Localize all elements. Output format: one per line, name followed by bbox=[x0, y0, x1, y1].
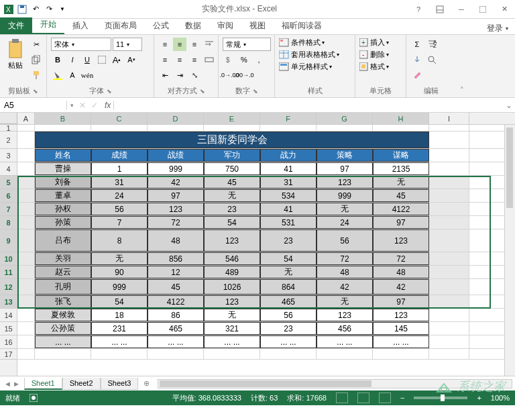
cell[interactable] bbox=[429, 229, 469, 252]
align-bottom-icon[interactable]: ≡ bbox=[188, 38, 201, 51]
data-cell[interactable]: 7 bbox=[91, 216, 148, 229]
orientation-icon[interactable]: ⤡ bbox=[188, 68, 201, 82]
tab-视图[interactable]: 视图 bbox=[241, 17, 274, 34]
data-cell[interactable]: 56 bbox=[317, 229, 373, 252]
cell[interactable] bbox=[17, 125, 35, 131]
page-layout-view-icon[interactable] bbox=[357, 392, 369, 403]
sheet-nav-prev-icon[interactable]: ◄ bbox=[4, 380, 11, 388]
cell[interactable] bbox=[429, 335, 469, 348]
decrease-decimal-icon[interactable]: .00→.0 bbox=[237, 68, 251, 82]
tab-公式[interactable]: 公式 bbox=[145, 17, 177, 34]
cell[interactable] bbox=[91, 349, 148, 359]
data-cell[interactable]: 23 bbox=[260, 322, 317, 335]
name-cell[interactable]: 孔明 bbox=[35, 279, 91, 295]
data-cell[interactable]: 42 bbox=[317, 279, 373, 295]
col-header-D[interactable]: D bbox=[148, 113, 204, 124]
decrease-font-icon[interactable]: A▾ bbox=[125, 53, 138, 66]
name-cell[interactable]: 公孙策 bbox=[35, 322, 91, 335]
cell[interactable] bbox=[317, 125, 373, 131]
fill-icon[interactable] bbox=[410, 53, 424, 66]
copy-icon[interactable] bbox=[30, 53, 43, 66]
table-title[interactable]: 三国新委同学会 bbox=[35, 132, 429, 148]
expand-formula-bar-icon[interactable]: ⌄ bbox=[503, 101, 515, 110]
align-middle-icon[interactable]: ≡ bbox=[173, 38, 186, 51]
align-top-icon[interactable]: ≡ bbox=[158, 38, 172, 51]
cell[interactable] bbox=[35, 125, 91, 131]
col-header-G[interactable]: G bbox=[317, 113, 373, 124]
data-cell[interactable]: 4122 bbox=[373, 203, 429, 215]
table-header[interactable]: 谋略 bbox=[373, 149, 429, 162]
insert-cells-button[interactable]: +插入▾ bbox=[359, 38, 389, 48]
align-right-icon[interactable]: ≡ bbox=[188, 53, 201, 66]
row-header-12[interactable]: 12 bbox=[0, 279, 17, 295]
row-header-5[interactable]: 5 bbox=[0, 176, 17, 189]
redo-icon[interactable]: ↷ bbox=[43, 3, 55, 15]
font-color-button[interactable]: A bbox=[66, 68, 79, 82]
tab-数据[interactable]: 数据 bbox=[177, 17, 209, 34]
data-cell[interactable]: 97 bbox=[317, 162, 373, 175]
table-header[interactable]: 军功 bbox=[204, 149, 260, 162]
data-cell[interactable]: 54 bbox=[260, 252, 317, 265]
cell[interactable] bbox=[429, 149, 469, 162]
data-cell[interactable]: 72 bbox=[317, 252, 373, 265]
data-cell[interactable]: 无 bbox=[204, 189, 260, 202]
row-header-1[interactable]: 1 bbox=[0, 125, 17, 132]
cell[interactable] bbox=[429, 252, 469, 265]
tab-开始[interactable]: 开始 bbox=[32, 16, 64, 34]
table-header[interactable]: 战力 bbox=[260, 149, 317, 162]
decrease-indent-icon[interactable]: ⇤ bbox=[158, 68, 172, 82]
cell[interactable] bbox=[17, 349, 35, 359]
data-cell[interactable]: 无 bbox=[317, 295, 373, 308]
cell[interactable] bbox=[260, 349, 317, 359]
phonetic-icon[interactable]: wén bbox=[80, 68, 94, 82]
font-size-combo[interactable]: 11▾ bbox=[113, 38, 142, 51]
data-cell[interactable]: 546 bbox=[204, 252, 260, 265]
cell[interactable] bbox=[429, 295, 469, 308]
minimize-icon[interactable]: ─ bbox=[453, 3, 469, 16]
data-cell[interactable]: ... ... bbox=[148, 335, 204, 348]
data-cell[interactable]: 45 bbox=[148, 279, 204, 295]
data-cell[interactable]: 86 bbox=[148, 309, 204, 321]
delete-cells-button[interactable]: -删除▾ bbox=[359, 50, 389, 60]
row-header-16[interactable]: 16 bbox=[0, 335, 17, 349]
page-break-view-icon[interactable] bbox=[379, 392, 391, 403]
name-cell[interactable]: 曹操 bbox=[35, 162, 91, 175]
tab-审阅[interactable]: 审阅 bbox=[209, 17, 241, 34]
conditional-format-button[interactable]: 条件格式▾ bbox=[279, 38, 325, 48]
sheet-tab-Sheet3[interactable]: Sheet3 bbox=[101, 378, 139, 390]
data-cell[interactable]: 97 bbox=[373, 216, 429, 229]
tab-插入[interactable]: 插入 bbox=[64, 17, 97, 34]
data-cell[interactable]: 72 bbox=[373, 252, 429, 265]
table-header[interactable]: 策略 bbox=[317, 149, 373, 162]
data-cell[interactable]: 123 bbox=[373, 309, 429, 321]
fx-icon[interactable]: fx bbox=[101, 101, 114, 110]
name-cell[interactable]: 夏候敦 bbox=[35, 309, 91, 321]
data-cell[interactable]: 90 bbox=[91, 266, 148, 278]
zoom-out-icon[interactable]: − bbox=[400, 394, 404, 402]
row-header-6[interactable]: 6 bbox=[0, 189, 17, 203]
data-cell[interactable]: 48 bbox=[317, 266, 373, 278]
dialog-launcher-icon[interactable]: ⬊ bbox=[200, 88, 205, 95]
cell[interactable] bbox=[429, 216, 469, 229]
ribbon-options-icon[interactable] bbox=[432, 3, 448, 16]
row-header-8[interactable]: 8 bbox=[0, 216, 17, 229]
cell[interactable] bbox=[17, 229, 35, 252]
zoom-in-icon[interactable]: + bbox=[477, 394, 481, 402]
qat-dropdown-icon[interactable]: ▼ bbox=[56, 3, 68, 15]
data-cell[interactable]: 456 bbox=[317, 322, 373, 335]
data-cell[interactable]: 123 bbox=[317, 176, 373, 189]
align-center-icon[interactable]: ≡ bbox=[173, 53, 186, 66]
data-cell[interactable]: 4122 bbox=[148, 295, 204, 308]
name-cell[interactable]: 孙策 bbox=[35, 216, 91, 229]
undo-icon[interactable]: ↶ bbox=[30, 3, 42, 15]
row-header-4[interactable]: 4 bbox=[0, 162, 17, 176]
data-cell[interactable]: 23 bbox=[260, 229, 317, 252]
data-cell[interactable]: 无 bbox=[260, 266, 317, 278]
cell[interactable] bbox=[17, 189, 35, 202]
help-icon[interactable]: ? bbox=[410, 3, 426, 16]
cell[interactable] bbox=[17, 162, 35, 175]
cell[interactable] bbox=[17, 149, 35, 162]
cell[interactable] bbox=[429, 125, 469, 131]
data-cell[interactable]: 48 bbox=[148, 229, 204, 252]
row-header-14[interactable]: 14 bbox=[0, 309, 17, 322]
